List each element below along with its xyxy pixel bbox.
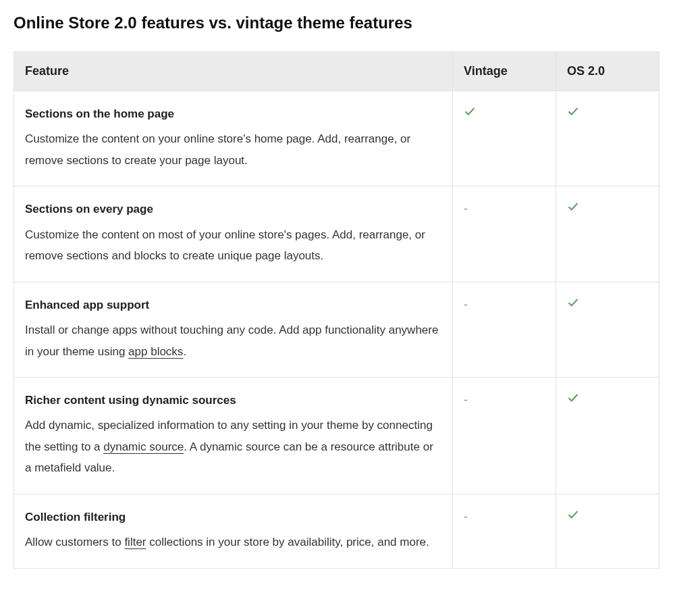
table-row: Richer content using dynamic sourcesAdd … <box>14 377 659 494</box>
feature-desc-after: . <box>183 345 186 358</box>
inline-link[interactable]: app blocks <box>128 345 183 358</box>
vintage-cell: - <box>453 494 556 568</box>
os20-cell <box>556 377 659 494</box>
table-row: Sections on every pageCustomize the cont… <box>14 186 659 282</box>
feature-title: Richer content using dynamic sources <box>25 390 441 411</box>
os20-cell <box>556 494 659 568</box>
feature-description: Add dynamic, specialized information to … <box>25 419 433 474</box>
check-icon <box>567 201 579 213</box>
inline-link[interactable]: dynamic source <box>103 440 184 453</box>
check-icon <box>464 105 476 118</box>
feature-desc-before: Customize the content on most of your on… <box>25 228 425 262</box>
feature-title: Enhanced app support <box>25 294 441 315</box>
page-title: Online Store 2.0 features vs. vintage th… <box>14 14 659 32</box>
table-row: Collection filteringAllow customers to f… <box>14 494 659 568</box>
os20-cell <box>556 91 659 186</box>
feature-desc-before: Customize the content on your online sto… <box>25 132 410 166</box>
feature-description: Install or change apps without touching … <box>25 324 438 357</box>
feature-description: Allow customers to filter collections in… <box>25 536 429 548</box>
feature-cell: Richer content using dynamic sourcesAdd … <box>14 377 453 494</box>
feature-title: Collection filtering <box>25 507 441 528</box>
inline-link[interactable]: filter <box>124 536 146 548</box>
vintage-cell: - <box>453 377 556 494</box>
dash-icon: - <box>464 297 468 311</box>
check-icon <box>567 297 579 309</box>
table-row: Enhanced app supportInstall or change ap… <box>14 282 659 377</box>
check-icon <box>567 509 579 521</box>
feature-title: Sections on every page <box>25 199 441 220</box>
vintage-cell <box>453 91 556 186</box>
feature-desc-after: collections in your store by availabilit… <box>146 536 429 548</box>
vintage-cell: - <box>453 186 556 282</box>
feature-cell: Sections on every pageCustomize the cont… <box>14 186 453 282</box>
dash-icon: - <box>464 392 468 406</box>
check-icon <box>567 392 579 404</box>
column-header-vintage: Vintage <box>453 52 556 91</box>
feature-cell: Enhanced app supportInstall or change ap… <box>14 282 453 377</box>
feature-description: Customize the content on most of your on… <box>25 228 425 262</box>
os20-cell <box>556 282 659 377</box>
feature-cell: Collection filteringAllow customers to f… <box>14 494 453 568</box>
column-header-feature: Feature <box>14 52 453 91</box>
table-row: Sections on the home pageCustomize the c… <box>14 91 659 186</box>
os20-cell <box>556 186 659 282</box>
column-header-os20: OS 2.0 <box>556 52 659 91</box>
feature-cell: Sections on the home pageCustomize the c… <box>14 91 453 186</box>
feature-comparison-table: Feature Vintage OS 2.0 Sections on the h… <box>14 51 659 569</box>
vintage-cell: - <box>453 282 556 377</box>
feature-desc-before: Allow customers to <box>25 536 124 548</box>
check-icon <box>567 105 579 118</box>
dash-icon: - <box>464 201 468 215</box>
dash-icon: - <box>464 509 468 523</box>
feature-description: Customize the content on your online sto… <box>25 132 410 166</box>
feature-title: Sections on the home page <box>25 103 441 124</box>
feature-desc-before: Install or change apps without touching … <box>25 324 438 357</box>
